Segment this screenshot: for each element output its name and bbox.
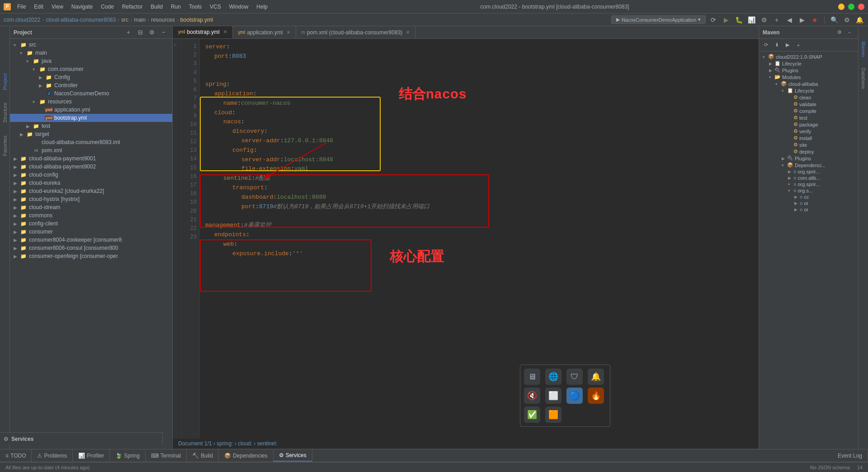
tab-close-application[interactable]: ✕ [287, 30, 290, 35]
maven-close-icon[interactable]: − [844, 28, 854, 37]
maven-dep-com-alib[interactable]: ▶≡com.alib... [759, 175, 858, 181]
tree-item-java[interactable]: ▾📁java [10, 57, 172, 65]
gear-icon[interactable]: ⚙ [842, 15, 852, 25]
code-content[interactable]: 结合nacos 核心配置 server: port: 8083 spring: … [200, 39, 759, 439]
popup-icon-7[interactable]: 🔥 [588, 388, 604, 404]
breadcrumb-part-0[interactable]: com.cloud2022 [4, 17, 40, 23]
tab-bootstrap-yml[interactable]: yml bootstrap.yml ✕ [173, 26, 233, 38]
tree-item-cloud-config[interactable]: ▶📁cloud-config [10, 171, 172, 179]
menu-refactor[interactable]: Refactor [118, 3, 146, 11]
popup-icon-0[interactable]: 🖥 [524, 369, 540, 385]
add-icon[interactable]: + [772, 15, 782, 25]
bottom-tab-services[interactable]: ⚙Services [274, 449, 312, 462]
breadcrumb-part-3[interactable]: main [134, 17, 146, 23]
popup-icon-6[interactable]: 🔵 [566, 388, 583, 404]
maximize-button[interactable] [848, 4, 854, 10]
popup-icon-5[interactable]: ⬜ [545, 388, 561, 404]
settings-icon[interactable]: ⚙ [759, 15, 769, 25]
tree-item-pom[interactable]: mpom.xml [10, 146, 172, 154]
menu-window[interactable]: Window [226, 3, 252, 11]
tree-item-config-cilent[interactable]: ▶📁config-cilent [10, 220, 172, 228]
maven-validate[interactable]: ⚙validate [759, 101, 858, 107]
tree-item-bootstrap-yml[interactable]: ymlbootstrap.yml [10, 114, 172, 122]
maven-download-icon[interactable]: ⬇ [772, 40, 782, 50]
maven-refresh-icon[interactable]: ⟳ [761, 40, 771, 50]
bottom-tab-profiler[interactable]: 📊Profiler [73, 449, 110, 462]
breadcrumb-part-2[interactable]: src [121, 17, 128, 23]
right-tab-maven[interactable]: Maven [860, 40, 867, 59]
bottom-tab-todo[interactable]: ≡TODO [0, 449, 32, 462]
tree-item-nacos-demo[interactable]: JNacosConsumerDemo [10, 89, 172, 98]
tree-item-config[interactable]: ▶📁Config [10, 73, 172, 81]
menu-help[interactable]: Help [253, 3, 271, 11]
sync-icon[interactable]: ⟳ [708, 15, 718, 25]
code-editor[interactable]: ✓ 12345 678910 1112131415 1617181920 212… [173, 39, 759, 439]
menu-edit[interactable]: Edit [30, 3, 47, 11]
maven-plugins-1[interactable]: ▶🔌Plugins [759, 67, 858, 74]
breadcrumb-part-1[interactable]: cloud-alibaba-consumer8083 [46, 17, 116, 23]
tree-item-eureka2[interactable]: ▶📁cloud-eureka2 [cloud-erurka22] [10, 187, 172, 195]
popup-icon-3[interactable]: 🔔 [588, 369, 604, 385]
maven-plugins-2[interactable]: ▶🔌Plugins [759, 155, 858, 162]
tab-pom-xml[interactable]: m pom.xml (cloud-alibaba-consumer8083) ✕ [296, 26, 416, 38]
tree-item-application-yml[interactable]: ymlapplication.yml [10, 106, 172, 114]
minimize-button[interactable] [838, 4, 844, 10]
maven-clean[interactable]: ⚙clean [759, 94, 858, 101]
debug-icon[interactable]: 🐛 [734, 15, 744, 25]
menu-run[interactable]: Run [167, 3, 184, 11]
sidebar-settings-icon[interactable]: ⚙ [147, 28, 157, 37]
tree-item-iml[interactable]: ·cloud-alibaba-consumer8083.iml [10, 138, 172, 146]
tree-item-eureka[interactable]: ▶📁cloud-eureka [10, 179, 172, 187]
tree-item-resources[interactable]: ▾📁resources [10, 98, 172, 106]
tree-item-controller[interactable]: ▶📁Controller [10, 81, 172, 89]
run-icon[interactable]: ▶ [721, 15, 731, 25]
maven-lifecycle-1[interactable]: ▶📋Lifecycle [759, 60, 858, 67]
maven-dependencies[interactable]: ▾📦Dependenci... [759, 162, 858, 168]
tree-item-target[interactable]: ▶📁target [10, 130, 172, 138]
tree-item-payment9002[interactable]: ▶📁cloud-alibaba-payment9002 [10, 163, 172, 171]
right-tab-database[interactable]: Database [860, 66, 867, 91]
tab-close-bootstrap[interactable]: ✕ [223, 29, 227, 34]
search-icon[interactable]: 🔍 [829, 15, 839, 25]
popup-icon-1[interactable]: 🌐 [545, 369, 561, 385]
tree-item-src[interactable]: ▾📁src [10, 41, 172, 49]
tree-item-consumer8006[interactable]: ▶📁consumer8006-consul [consumer800 [10, 244, 172, 252]
maven-lifecycle-2[interactable]: ▾📋Lifecycle [759, 87, 858, 94]
breadcrumb-part-5[interactable]: bootstrap.yml [180, 17, 213, 23]
tree-item-com-consumer[interactable]: ▾📁com.consumer [10, 65, 172, 73]
left-tab-structure[interactable]: Structure [1, 101, 9, 125]
maven-run-icon[interactable]: ▶ [783, 40, 793, 50]
breadcrumb-part-4[interactable]: resources [151, 17, 175, 23]
run-config-selector[interactable]: ▶ NacosConsumerDemoApplication ▾ [611, 15, 706, 24]
maven-dep-org-spring[interactable]: ▶≡org.sprir... [759, 168, 858, 175]
close-button[interactable] [858, 4, 864, 10]
menu-vcs[interactable]: VCS [206, 3, 225, 11]
maven-compile[interactable]: ⚙compile [759, 107, 858, 114]
sidebar-close-icon[interactable]: − [159, 28, 169, 37]
bottom-tab-dependencies[interactable]: 📦Dependencies [219, 449, 274, 462]
maven-dep-cc[interactable]: ▶≡cc [759, 194, 858, 200]
popup-icon-8[interactable]: ✅ [524, 407, 540, 423]
maven-root[interactable]: ▾📦cloud2022:1.0-SNAP [759, 53, 858, 60]
tree-item-consumer[interactable]: ▶📁consumer [10, 228, 172, 236]
maven-deploy[interactable]: ⚙deploy [759, 148, 858, 155]
sidebar-collapse-icon[interactable]: ⊟ [135, 28, 145, 37]
menu-build[interactable]: Build [147, 3, 166, 11]
maven-test[interactable]: ⚙test [759, 114, 858, 121]
maven-add-icon[interactable]: + [793, 40, 803, 50]
bottom-tab-problems[interactable]: ⚠Problems [32, 449, 73, 462]
tree-item-consumer-openfeign[interactable]: ▶📁consumer-openfeign [consumer-oper [10, 252, 172, 260]
profile-icon[interactable]: 📊 [746, 15, 756, 25]
menu-view[interactable]: View [48, 3, 67, 11]
menu-tools[interactable]: Tools [185, 3, 205, 11]
menu-file[interactable]: File [14, 3, 29, 11]
maven-site[interactable]: ⚙site [759, 141, 858, 148]
maven-dep-org-s[interactable]: ▾≡org.s... [759, 187, 858, 194]
maven-settings-icon[interactable]: ⚙ [835, 28, 844, 37]
maven-dep-or1[interactable]: ▶≡or [759, 200, 858, 206]
tree-item-stream[interactable]: ▶📁cloud-stream [10, 203, 172, 211]
tree-item-test[interactable]: ▶📁test [10, 122, 172, 130]
sidebar-add-icon[interactable]: + [123, 28, 133, 37]
popup-icon-4[interactable]: 🔇 [524, 388, 540, 404]
menu-code[interactable]: Code [97, 3, 118, 11]
